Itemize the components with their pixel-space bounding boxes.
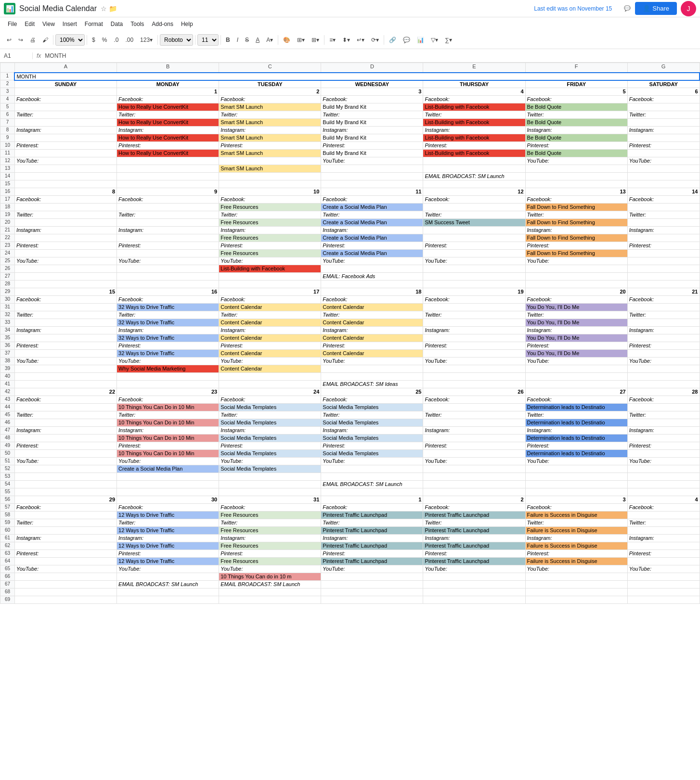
cell-b67[interactable]: EMAIL BROADCAST: SM Launch xyxy=(117,581,219,588)
cell-f12[interactable]: YouTube: xyxy=(525,157,627,165)
cell-d53[interactable] xyxy=(321,473,423,481)
cell-a39[interactable] xyxy=(14,365,117,373)
cell-b27[interactable] xyxy=(117,273,219,281)
cell-e27[interactable] xyxy=(423,273,525,281)
cell-a44[interactable] xyxy=(14,404,117,411)
cell-f22[interactable]: Fall Down to Find Something xyxy=(525,234,627,242)
cell-e11[interactable]: List-Building with Facebook xyxy=(423,150,525,157)
cell-a66[interactable] xyxy=(14,573,117,581)
cell-c12[interactable] xyxy=(219,157,321,165)
star-icon[interactable]: ☆ xyxy=(101,5,107,13)
cell-c21[interactable]: Instagram: xyxy=(219,227,321,234)
cell-a8[interactable]: Instagram: xyxy=(14,127,117,134)
cell-b22[interactable] xyxy=(117,234,219,242)
cell-f21[interactable]: Instagram: xyxy=(525,227,627,234)
cell-e65[interactable]: YouTube: xyxy=(423,565,525,573)
cell-e34[interactable]: Instagram: xyxy=(423,327,525,334)
cell-c25[interactable]: YouTube: xyxy=(219,257,321,265)
cell-e35[interactable] xyxy=(423,334,525,342)
cell-d48[interactable]: Social Media Templates xyxy=(321,435,423,442)
cell-b21[interactable]: Instagram: xyxy=(117,227,219,234)
cell-f10[interactable]: Pinterest: xyxy=(525,142,627,150)
cell-e38[interactable]: YouTube: xyxy=(423,358,525,365)
cell-b45[interactable]: Twitter: xyxy=(117,411,219,419)
cell-b62[interactable]: 12 Ways to Drive Traffic xyxy=(117,542,219,550)
cell-c5[interactable]: Smart SM Launch xyxy=(219,103,321,111)
sheet-container[interactable]: A B C D E F G 1 MONTH 2 SUNDAY MONDAY TU… xyxy=(0,63,700,604)
cell-a58[interactable] xyxy=(14,511,117,519)
cell-d31[interactable]: Content Calendar xyxy=(321,304,423,311)
cell-b49[interactable]: Pinterest: xyxy=(117,442,219,450)
cell-c50[interactable]: Social Media Templates xyxy=(219,450,321,458)
cell-c59[interactable]: Twitter: xyxy=(219,519,321,527)
cell-f43[interactable]: Facebook: xyxy=(525,396,627,404)
cell-b17[interactable]: Facebook: xyxy=(117,196,219,204)
decimal1-button[interactable]: .0 xyxy=(111,35,121,45)
cell-f57[interactable]: Facebook: xyxy=(525,504,627,511)
cell-d56[interactable]: 1 xyxy=(321,496,423,504)
cell-g49[interactable]: Pinterest: xyxy=(627,442,700,450)
cell-f46[interactable]: Determination leads to Destinatio xyxy=(525,419,627,427)
cell-c43[interactable]: Facebook: xyxy=(219,396,321,404)
cell-e64[interactable]: Pinterest Traffic Launchpad xyxy=(423,558,525,565)
cell-a12[interactable]: YouTube: xyxy=(14,157,117,165)
cell-c14[interactable] xyxy=(219,173,321,180)
cell-b52[interactable]: Create a Social Media Plan xyxy=(117,465,219,473)
cell-b64[interactable]: 12 Ways to Drive Traffic xyxy=(117,558,219,565)
cell-f6[interactable]: Twitter: xyxy=(525,111,627,119)
cell-e67[interactable] xyxy=(423,581,525,588)
cell-b44[interactable]: 10 Things You Can Do in 10 Min xyxy=(117,404,219,411)
cell-d26[interactable] xyxy=(321,265,423,273)
cell-a46[interactable] xyxy=(14,419,117,427)
cell-c41[interactable] xyxy=(219,381,321,388)
comment-button[interactable]: 💬 xyxy=(400,35,413,45)
cell-e60[interactable]: Pinterest Traffic Launchpad xyxy=(423,527,525,535)
cell-a20[interactable] xyxy=(14,219,117,227)
cell-d14[interactable] xyxy=(321,173,423,180)
cell-c49[interactable]: Pinterest: xyxy=(219,442,321,450)
valign-button[interactable]: ⬍▾ xyxy=(339,35,353,45)
cell-c63[interactable]: Pinterest: xyxy=(219,550,321,558)
cell-g33[interactable] xyxy=(627,319,700,327)
cell-b66[interactable] xyxy=(117,573,219,581)
cell-a27[interactable] xyxy=(14,273,117,281)
cell-b39[interactable]: Why Social Media Marketing xyxy=(117,365,219,373)
cell-b28[interactable] xyxy=(117,281,219,288)
cell-g24[interactable] xyxy=(627,250,700,257)
cell-e46[interactable] xyxy=(423,419,525,427)
cell-a16[interactable]: 8 xyxy=(14,188,117,196)
cell-a28[interactable] xyxy=(14,281,117,288)
cell-f66[interactable] xyxy=(525,573,627,581)
cell-d20[interactable]: Create a Social Media Plan xyxy=(321,219,423,227)
cell-a67[interactable] xyxy=(14,581,117,588)
cell-e10[interactable]: Pinterest: xyxy=(423,142,525,150)
cell-c61[interactable]: Instagram: xyxy=(219,535,321,542)
cell-a35[interactable] xyxy=(14,334,117,342)
cell-a4[interactable]: Facebook: xyxy=(14,96,117,103)
cell-g35[interactable] xyxy=(627,334,700,342)
cell-f27[interactable] xyxy=(525,273,627,281)
cell-a19[interactable]: Twitter: xyxy=(14,211,117,219)
cell-b31[interactable]: 32 Ways to Drive Traffic xyxy=(117,304,219,311)
cell-g3[interactable]: 6 xyxy=(627,88,700,96)
cell-e66[interactable] xyxy=(423,573,525,581)
cell-f49[interactable]: Pinterest: xyxy=(525,442,627,450)
cell-e39[interactable] xyxy=(423,365,525,373)
cell-c54[interactable] xyxy=(219,481,321,488)
cell-a51[interactable]: YouTube: xyxy=(14,458,117,465)
cell-d6[interactable]: Twitter: xyxy=(321,111,423,119)
cell-e31[interactable] xyxy=(423,304,525,311)
cell-f9[interactable]: Be Bold Quote xyxy=(525,134,627,142)
cell-c18[interactable]: Free Resources xyxy=(219,204,321,211)
cell-d30[interactable]: Facebook: xyxy=(321,296,423,304)
cell-g4[interactable]: Facebook: xyxy=(627,96,700,103)
cell-e16[interactable]: 12 xyxy=(423,188,525,196)
cell-b42[interactable]: 23 xyxy=(117,388,219,396)
currency-button[interactable]: $ xyxy=(89,35,98,45)
cell-e44[interactable] xyxy=(423,404,525,411)
cell-a18[interactable] xyxy=(14,204,117,211)
cell-d32[interactable]: Twitter: xyxy=(321,311,423,319)
cell-c11[interactable]: Smart SM Launch xyxy=(219,150,321,157)
cell-g69[interactable] xyxy=(627,596,700,604)
cell-f59[interactable]: Twitter: xyxy=(525,519,627,527)
